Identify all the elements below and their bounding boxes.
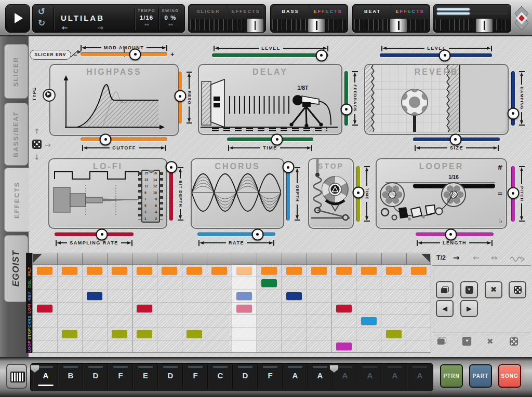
- random-up-arrow[interactable]: ↑: [34, 128, 40, 135]
- step-cell[interactable]: [157, 303, 182, 314]
- global-copy-icon[interactable]: [437, 337, 446, 345]
- step-cell[interactable]: [33, 277, 58, 289]
- step-cell[interactable]: [381, 265, 406, 277]
- step-cell[interactable]: [282, 265, 307, 277]
- pattern-slot-4[interactable]: F: [108, 365, 133, 389]
- delay-time-slider[interactable]: [227, 138, 313, 141]
- step-cell[interactable]: [58, 315, 83, 327]
- step-cell[interactable]: [83, 315, 108, 327]
- copy-button[interactable]: [436, 281, 454, 298]
- step-cell[interactable]: [58, 327, 83, 339]
- row-label-del[interactable]: DEL: [26, 277, 32, 290]
- step-cell[interactable]: [157, 265, 182, 277]
- step-cell[interactable]: [381, 327, 406, 339]
- crossfade-handle[interactable]: [390, 18, 407, 33]
- step-cell[interactable]: [33, 327, 58, 339]
- reverb-level-slider[interactable]: [380, 53, 492, 57]
- step-cell[interactable]: [307, 277, 331, 289]
- step-cell[interactable]: [232, 340, 257, 352]
- feedback-slider[interactable]: [344, 71, 348, 126]
- step-cell[interactable]: [182, 290, 207, 302]
- step-cell[interactable]: [108, 303, 132, 314]
- step-cell[interactable]: [282, 340, 307, 352]
- step-cell[interactable]: [157, 327, 182, 339]
- next-pattern-button[interactable]: ▶: [460, 300, 478, 317]
- step-cell[interactable]: [33, 290, 58, 302]
- step-cell[interactable]: [282, 290, 307, 302]
- step-cell[interactable]: [83, 340, 108, 352]
- step-cell[interactable]: [356, 303, 381, 314]
- step-cell[interactable]: [232, 327, 257, 339]
- step-cell[interactable]: [157, 340, 182, 352]
- step-cell[interactable]: [257, 340, 282, 352]
- scramble-wave-arrow[interactable]: [509, 256, 525, 263]
- step-cell[interactable]: [207, 340, 232, 352]
- depth-slider[interactable]: [286, 166, 290, 221]
- pattern-slot-10[interactable]: F: [257, 365, 283, 389]
- step-cell[interactable]: [307, 303, 331, 314]
- step-cell[interactable]: [157, 290, 182, 302]
- tempo-stepper[interactable]: ↔: [135, 22, 158, 28]
- pattern-slot-12[interactable]: A: [307, 365, 332, 389]
- pattern-slot-5[interactable]: E: [132, 365, 158, 389]
- step-cell[interactable]: [108, 265, 132, 277]
- damping-slider[interactable]: [511, 71, 515, 126]
- step-cell[interactable]: [232, 303, 257, 314]
- global-paste-icon[interactable]: [462, 337, 471, 346]
- undo-icon[interactable]: ↺: [38, 7, 45, 16]
- pattern-slot-9[interactable]: D: [232, 365, 258, 389]
- redo-icon[interactable]: ↻: [38, 19, 45, 28]
- step-cell[interactable]: [207, 290, 232, 302]
- step-cell[interactable]: [132, 290, 157, 302]
- step-cell[interactable]: [406, 340, 431, 352]
- pitch-slider[interactable]: [511, 166, 515, 222]
- cutoff-slider[interactable]: [81, 138, 167, 141]
- size-slider[interactable]: [413, 138, 500, 141]
- rate-slider[interactable]: [197, 232, 275, 236]
- beat-effects-button[interactable]: EFFECTS: [392, 6, 428, 18]
- length-slider[interactable]: [416, 232, 494, 236]
- step-cell[interactable]: [182, 327, 207, 339]
- step-cell[interactable]: [232, 315, 257, 327]
- step-cell[interactable]: [257, 265, 282, 277]
- step-cell[interactable]: [182, 303, 207, 314]
- randomize-dice-icon[interactable]: [32, 140, 42, 149]
- step-cell[interactable]: [83, 290, 108, 302]
- step-cell[interactable]: [406, 290, 431, 302]
- pattern-slot-11[interactable]: A: [282, 365, 308, 389]
- step-cell[interactable]: [182, 265, 207, 277]
- step-cell[interactable]: [157, 315, 182, 327]
- global-dice-icon[interactable]: [510, 337, 518, 346]
- bass-source-button[interactable]: BASS: [272, 6, 309, 18]
- mod-amount-slider[interactable]: [81, 52, 167, 56]
- step-cell[interactable]: [33, 340, 58, 352]
- step-cell[interactable]: [33, 315, 58, 327]
- step-cell[interactable]: [207, 303, 232, 314]
- pattern-slot-6[interactable]: D: [157, 365, 183, 389]
- lofi-wave-graphic[interactable]: [51, 167, 141, 222]
- keyboard-button[interactable]: [6, 364, 27, 389]
- step-cell[interactable]: [381, 277, 406, 289]
- step-cell[interactable]: [331, 327, 356, 339]
- mirror-arrow[interactable]: ↔: [491, 253, 498, 263]
- slicer-env-tag[interactable]: SLICER ENV: [30, 50, 71, 60]
- step-cell[interactable]: [406, 303, 431, 314]
- loop-start-corner-icon[interactable]: [33, 254, 42, 263]
- sequencer-header[interactable]: [32, 253, 431, 265]
- step-cell[interactable]: [282, 277, 307, 289]
- tempo-value[interactable]: 1/16: [135, 15, 158, 21]
- filter-type-button[interactable]: [43, 89, 56, 102]
- step-cell[interactable]: [282, 315, 307, 327]
- step-cell[interactable]: [257, 315, 282, 327]
- step-cell[interactable]: [83, 303, 108, 314]
- swing-stepper[interactable]: ↔: [158, 22, 182, 28]
- pattern-slot-7[interactable]: F: [182, 365, 208, 389]
- step-cell[interactable]: [257, 277, 282, 289]
- clear-button[interactable]: ✖: [485, 281, 502, 298]
- step-cell[interactable]: [406, 327, 431, 339]
- global-clear-icon[interactable]: ✖: [487, 338, 494, 346]
- volume-track[interactable]: [435, 19, 509, 31]
- step-cell[interactable]: [307, 290, 331, 302]
- row-label-chrs[interactable]: CHRS: [26, 315, 32, 327]
- step-cell[interactable]: [356, 340, 381, 352]
